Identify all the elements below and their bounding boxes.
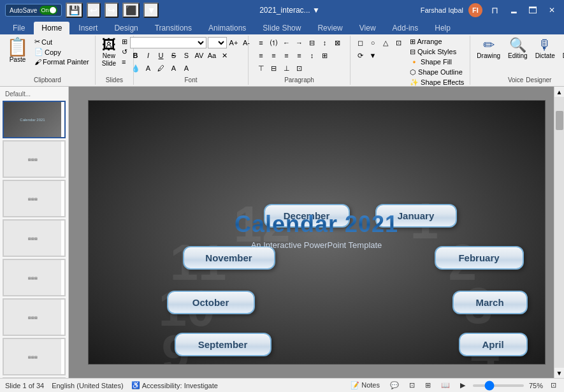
month-october[interactable]: October <box>167 291 255 314</box>
underline-button[interactable]: U <box>155 50 167 61</box>
char-spacing-button[interactable]: AV <box>194 50 205 61</box>
tab-insert[interactable]: Insert <box>71 22 105 34</box>
undo-button[interactable]: ↩ <box>87 3 101 18</box>
slide-thumb-3[interactable]: 3 ▤▤▤ <box>3 180 66 217</box>
shape-btn[interactable]: ⊡ <box>393 37 404 48</box>
italic-button[interactable]: I <box>143 50 154 61</box>
tab-view[interactable]: View <box>352 22 384 34</box>
line-spacing-button[interactable]: ↕ <box>307 50 318 61</box>
tab-transitions[interactable]: Transitions <box>147 22 199 34</box>
valign-mid-button[interactable]: ⊟ <box>268 62 280 74</box>
more-para-button[interactable]: ⊞ <box>319 50 331 61</box>
shape-outline-button[interactable]: ⬡ Shape Outline <box>408 68 466 77</box>
paste-button[interactable]: 📋 Paste <box>4 37 31 65</box>
month-february[interactable]: February <box>435 246 524 270</box>
font-color-button[interactable]: A <box>143 62 154 74</box>
align-center-button[interactable]: ≡ <box>268 50 280 61</box>
font-family-select[interactable] <box>130 37 206 48</box>
month-december[interactable]: December <box>264 204 350 228</box>
change-case-button[interactable]: Aa <box>206 50 218 61</box>
month-april[interactable]: April <box>459 333 528 356</box>
bullets-button[interactable]: ≡ <box>256 37 267 48</box>
text-highlight-button[interactable]: 🖊 <box>155 62 167 74</box>
font-grow-button[interactable]: A+ <box>228 37 240 48</box>
tab-addins[interactable]: Add-ins <box>385 22 426 34</box>
user-avatar[interactable]: FI <box>468 3 482 17</box>
text-direction-button[interactable]: ↕ <box>319 37 331 48</box>
present-button[interactable]: ⬛ <box>122 3 140 18</box>
tab-help[interactable]: Help <box>427 22 458 34</box>
increase-indent-button[interactable]: → <box>294 37 305 48</box>
slide-canvas[interactable]: 12 1 11 2 10 3 9 4 8 5 7 6 December Janu… <box>88 100 546 365</box>
layout-button[interactable]: ⊞ <box>120 37 129 47</box>
columns-button[interactable]: ⊟ <box>307 37 318 48</box>
bold-button[interactable]: B <box>130 50 141 61</box>
month-january[interactable]: January <box>375 204 457 228</box>
align-left-button[interactable]: ≡ <box>256 50 267 61</box>
valign-top-button[interactable]: ⊤ <box>256 62 267 74</box>
slide-thumb-7[interactable]: 7 ▤▤▤ <box>3 338 66 375</box>
design-ideas-button[interactable]: 💡 DesignIdeas <box>560 37 564 69</box>
slide-thumb-1[interactable]: 1 Calendar 2021 <box>3 101 66 138</box>
format-painter-button[interactable]: 🖌 Format Painter <box>33 57 91 66</box>
ribbon-toggle-button[interactable]: ⊓ <box>488 5 502 15</box>
slide-thumb-6[interactable]: 6 ▤▤▤ <box>3 298 66 336</box>
quick-styles-button[interactable]: ⊟ Quick Styles <box>408 47 466 57</box>
minimize-button[interactable]: 🗕 <box>507 5 521 15</box>
shape-btn[interactable]: ⟳ <box>354 50 366 61</box>
tab-slideshow[interactable]: Slide Show <box>255 22 308 34</box>
arrange-button[interactable]: ⊞ Arrange <box>408 37 466 47</box>
tab-animations[interactable]: Animations <box>201 22 254 34</box>
convert-to-smartart-button[interactable]: ⊡ <box>294 62 305 74</box>
strikethrough-button[interactable]: S <box>168 50 180 61</box>
zoom-slider[interactable] <box>473 384 524 387</box>
drawing-tool-button[interactable]: ✏ Drawing <box>474 37 503 61</box>
numbering-button[interactable]: ⑴ <box>268 37 280 48</box>
more-shapes-button[interactable]: ▼ <box>367 50 379 61</box>
new-slide-button[interactable]: 🖼 NewSlide <box>99 37 119 69</box>
font-size-lg[interactable]: A <box>181 62 192 74</box>
month-september[interactable]: September <box>175 333 271 356</box>
slide-thumb-2[interactable]: 2 ▤▤▤ <box>3 140 66 178</box>
save-button[interactable]: 💾 <box>66 3 83 18</box>
smart-art-button[interactable]: ⊠ <box>332 37 343 48</box>
tab-home[interactable]: Home <box>34 22 69 34</box>
autosave-toggle[interactable]: On <box>40 6 57 15</box>
tab-file[interactable]: File <box>5 22 33 34</box>
customize-button[interactable]: ▼ <box>143 3 159 18</box>
tab-design[interactable]: Design <box>106 22 145 34</box>
reading-view-button[interactable]: 📖 <box>438 381 452 390</box>
font-size-sm[interactable]: A <box>168 62 180 74</box>
autosave-badge[interactable]: AutoSave On <box>5 4 62 17</box>
cut-button[interactable]: ✂ Cut <box>33 37 91 47</box>
shadow-button[interactable]: S <box>181 50 192 61</box>
tab-review[interactable]: Review <box>310 22 350 34</box>
redo-button[interactable]: ↪ <box>105 3 119 18</box>
shape-btn[interactable]: ○ <box>367 37 379 48</box>
close-button[interactable]: ✕ <box>545 6 559 15</box>
shape-fill-button[interactable]: 🔸 Shape Fill <box>408 57 466 67</box>
section-button[interactable]: ≡ <box>120 57 129 66</box>
decrease-indent-button[interactable]: ← <box>281 37 293 48</box>
align-right-button[interactable]: ≡ <box>281 50 293 61</box>
slide-thumb-4[interactable]: 4 ▤▤▤ <box>3 219 66 257</box>
comments-button[interactable]: 💬 <box>387 381 401 390</box>
justify-button[interactable]: ≡ <box>294 50 305 61</box>
normal-view-button[interactable]: ⊡ <box>407 381 417 390</box>
maximize-button[interactable]: 🗖 <box>526 5 540 15</box>
text-shadow-button[interactable]: 💧 <box>130 62 141 74</box>
copy-button[interactable]: 📄 Copy <box>33 47 91 57</box>
valign-bot-button[interactable]: ⊥ <box>281 62 293 74</box>
month-november[interactable]: November <box>183 246 275 270</box>
month-march[interactable]: March <box>452 291 528 314</box>
slideshow-button[interactable]: ▶ <box>458 381 468 390</box>
notes-button[interactable]: 📝 Notes <box>348 381 382 390</box>
editing-button[interactable]: 🔍 Editing <box>505 37 530 61</box>
dictate-button[interactable]: 🎙 Dictate <box>533 37 558 61</box>
scroll-down-button[interactable]: ▼ <box>554 368 565 378</box>
reset-button[interactable]: ↺ <box>120 47 129 57</box>
slide-sorter-button[interactable]: ⊞ <box>423 381 433 390</box>
scroll-thumb[interactable] <box>556 111 563 130</box>
shape-btn[interactable]: ◻ <box>354 37 366 48</box>
shape-effects-button[interactable]: ✨ Shape Effects <box>408 78 466 87</box>
